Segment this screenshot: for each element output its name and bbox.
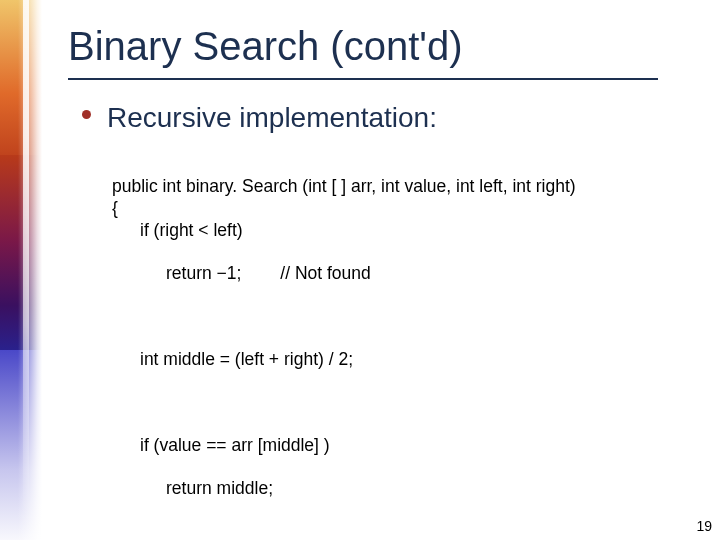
code-block: public int binary. Search (int [ ] arr, … (112, 154, 672, 540)
page-number: 19 (696, 518, 712, 534)
bullet-text: Recursive implementation: (107, 102, 437, 134)
code-mid-decl: int middle = (left + right) / 2; (112, 349, 672, 371)
code-return-neg1-line: return −1; // Not found (112, 263, 672, 285)
slide-title: Binary Search (cont'd) (68, 24, 462, 69)
code-signature: public int binary. Search (int [ ] arr, … (112, 176, 576, 196)
slide: Binary Search (cont'd) Recursive impleme… (0, 0, 720, 540)
code-return-neg1: return −1; (166, 263, 241, 283)
code-open-brace: { (112, 198, 118, 218)
code-if-rl: if (right < left) (112, 220, 672, 242)
bullet-dot-icon (82, 110, 91, 119)
code-if-eq: if (value == arr [middle] ) (112, 435, 672, 457)
left-decoration (0, 0, 42, 540)
code-return-mid: return middle; (112, 478, 672, 500)
title-underline (68, 78, 658, 80)
code-not-found-comment: // Not found (280, 263, 370, 283)
bullet-row: Recursive implementation: (82, 102, 437, 134)
